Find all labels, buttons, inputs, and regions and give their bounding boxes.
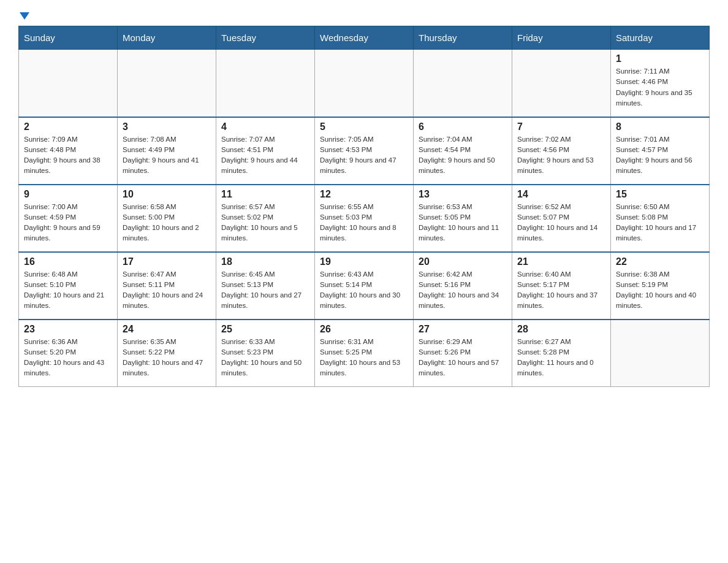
day-number: 14	[517, 189, 605, 200]
table-row: 2Sunrise: 7:09 AMSunset: 4:48 PMDaylight…	[19, 117, 118, 185]
table-row: 16Sunrise: 6:48 AMSunset: 5:10 PMDayligh…	[19, 252, 118, 320]
day-number: 23	[24, 324, 112, 335]
header-friday: Friday	[512, 26, 611, 50]
day-info: Sunrise: 7:01 AMSunset: 4:57 PMDaylight:…	[616, 134, 704, 177]
header-thursday: Thursday	[414, 26, 512, 50]
day-number: 17	[123, 256, 211, 267]
table-row: 6Sunrise: 7:04 AMSunset: 4:54 PMDaylight…	[414, 117, 512, 185]
table-row: 21Sunrise: 6:40 AMSunset: 5:17 PMDayligh…	[512, 252, 611, 320]
table-row: 9Sunrise: 7:00 AMSunset: 4:59 PMDaylight…	[19, 185, 118, 252]
day-info: Sunrise: 6:43 AMSunset: 5:14 PMDaylight:…	[320, 269, 408, 312]
table-row: 8Sunrise: 7:01 AMSunset: 4:57 PMDaylight…	[611, 117, 710, 185]
table-row: 23Sunrise: 6:36 AMSunset: 5:20 PMDayligh…	[19, 320, 118, 387]
day-info: Sunrise: 6:38 AMSunset: 5:19 PMDaylight:…	[616, 269, 704, 312]
table-row: 14Sunrise: 6:52 AMSunset: 5:07 PMDayligh…	[512, 185, 611, 252]
day-info: Sunrise: 6:52 AMSunset: 5:07 PMDaylight:…	[517, 202, 605, 244]
header-monday: Monday	[118, 26, 216, 50]
table-row: 3Sunrise: 7:08 AMSunset: 4:49 PMDaylight…	[118, 117, 216, 185]
calendar-week-row: 16Sunrise: 6:48 AMSunset: 5:10 PMDayligh…	[19, 252, 710, 320]
day-info: Sunrise: 6:40 AMSunset: 5:17 PMDaylight:…	[517, 269, 605, 312]
table-row	[611, 320, 710, 387]
day-info: Sunrise: 7:00 AMSunset: 4:59 PMDaylight:…	[24, 202, 112, 244]
table-row: 4Sunrise: 7:07 AMSunset: 4:51 PMDaylight…	[216, 117, 315, 185]
day-number: 4	[221, 121, 309, 132]
day-number: 24	[123, 324, 211, 335]
day-number: 2	[24, 121, 112, 132]
header-tuesday: Tuesday	[216, 26, 315, 50]
day-info: Sunrise: 6:27 AMSunset: 5:28 PMDaylight:…	[517, 337, 605, 379]
day-number: 26	[320, 324, 408, 335]
day-info: Sunrise: 6:31 AMSunset: 5:25 PMDaylight:…	[320, 337, 408, 379]
weekday-header-row: Sunday Monday Tuesday Wednesday Thursday…	[19, 26, 710, 50]
header-wednesday: Wednesday	[315, 26, 414, 50]
day-info: Sunrise: 6:57 AMSunset: 5:02 PMDaylight:…	[221, 202, 309, 244]
day-number: 5	[320, 121, 408, 132]
day-number: 18	[221, 256, 309, 267]
table-row: 18Sunrise: 6:45 AMSunset: 5:13 PMDayligh…	[216, 252, 315, 320]
day-info: Sunrise: 6:45 AMSunset: 5:13 PMDaylight:…	[221, 269, 309, 312]
day-info: Sunrise: 7:09 AMSunset: 4:48 PMDaylight:…	[24, 134, 112, 177]
table-row: 10Sunrise: 6:58 AMSunset: 5:00 PMDayligh…	[118, 185, 216, 252]
day-info: Sunrise: 7:11 AMSunset: 4:46 PMDaylight:…	[616, 66, 704, 109]
day-number: 9	[24, 189, 112, 200]
day-number: 6	[419, 121, 507, 132]
day-info: Sunrise: 7:08 AMSunset: 4:49 PMDaylight:…	[123, 134, 211, 177]
calendar-week-row: 1Sunrise: 7:11 AMSunset: 4:46 PMDaylight…	[19, 50, 710, 117]
table-row: 26Sunrise: 6:31 AMSunset: 5:25 PMDayligh…	[315, 320, 414, 387]
day-info: Sunrise: 7:05 AMSunset: 4:53 PMDaylight:…	[320, 134, 408, 177]
logo-triangle-icon	[20, 12, 29, 20]
calendar-week-row: 9Sunrise: 7:00 AMSunset: 4:59 PMDaylight…	[19, 185, 710, 252]
day-number: 25	[221, 324, 309, 335]
day-info: Sunrise: 6:53 AMSunset: 5:05 PMDaylight:…	[419, 202, 507, 244]
table-row: 28Sunrise: 6:27 AMSunset: 5:28 PMDayligh…	[512, 320, 611, 387]
table-row	[19, 50, 118, 117]
header-sunday: Sunday	[19, 26, 118, 50]
table-row: 20Sunrise: 6:42 AMSunset: 5:16 PMDayligh…	[414, 252, 512, 320]
day-info: Sunrise: 6:47 AMSunset: 5:11 PMDaylight:…	[123, 269, 211, 312]
day-number: 10	[123, 189, 211, 200]
day-number: 21	[517, 256, 605, 267]
table-row: 22Sunrise: 6:38 AMSunset: 5:19 PMDayligh…	[611, 252, 710, 320]
day-number: 7	[517, 121, 605, 132]
table-row: 7Sunrise: 7:02 AMSunset: 4:56 PMDaylight…	[512, 117, 611, 185]
day-number: 3	[123, 121, 211, 132]
table-row: 24Sunrise: 6:35 AMSunset: 5:22 PMDayligh…	[118, 320, 216, 387]
day-number: 27	[419, 324, 507, 335]
day-info: Sunrise: 6:58 AMSunset: 5:00 PMDaylight:…	[123, 202, 211, 244]
day-info: Sunrise: 7:04 AMSunset: 4:54 PMDaylight:…	[419, 134, 507, 177]
day-number: 1	[616, 53, 704, 64]
table-row: 13Sunrise: 6:53 AMSunset: 5:05 PMDayligh…	[414, 185, 512, 252]
table-row: 12Sunrise: 6:55 AMSunset: 5:03 PMDayligh…	[315, 185, 414, 252]
header-saturday: Saturday	[611, 26, 710, 50]
day-info: Sunrise: 7:02 AMSunset: 4:56 PMDaylight:…	[517, 134, 605, 177]
calendar-week-row: 2Sunrise: 7:09 AMSunset: 4:48 PMDaylight…	[19, 117, 710, 185]
table-row	[414, 50, 512, 117]
table-row: 17Sunrise: 6:47 AMSunset: 5:11 PMDayligh…	[118, 252, 216, 320]
day-number: 8	[616, 121, 704, 132]
table-row	[216, 50, 315, 117]
day-info: Sunrise: 6:42 AMSunset: 5:16 PMDaylight:…	[419, 269, 507, 312]
table-row: 27Sunrise: 6:29 AMSunset: 5:26 PMDayligh…	[414, 320, 512, 387]
table-row: 15Sunrise: 6:50 AMSunset: 5:08 PMDayligh…	[611, 185, 710, 252]
day-number: 28	[517, 324, 605, 335]
day-number: 15	[616, 189, 704, 200]
logo	[18, 12, 29, 20]
day-info: Sunrise: 7:07 AMSunset: 4:51 PMDaylight:…	[221, 134, 309, 177]
day-info: Sunrise: 6:33 AMSunset: 5:23 PMDaylight:…	[221, 337, 309, 379]
day-info: Sunrise: 6:36 AMSunset: 5:20 PMDaylight:…	[24, 337, 112, 379]
table-row: 25Sunrise: 6:33 AMSunset: 5:23 PMDayligh…	[216, 320, 315, 387]
day-info: Sunrise: 6:48 AMSunset: 5:10 PMDaylight:…	[24, 269, 112, 312]
day-info: Sunrise: 6:35 AMSunset: 5:22 PMDaylight:…	[123, 337, 211, 379]
table-row: 11Sunrise: 6:57 AMSunset: 5:02 PMDayligh…	[216, 185, 315, 252]
day-number: 13	[419, 189, 507, 200]
day-info: Sunrise: 6:50 AMSunset: 5:08 PMDaylight:…	[616, 202, 704, 244]
day-number: 12	[320, 189, 408, 200]
calendar-table: Sunday Monday Tuesday Wednesday Thursday…	[18, 26, 710, 387]
day-number: 19	[320, 256, 408, 267]
day-info: Sunrise: 6:29 AMSunset: 5:26 PMDaylight:…	[419, 337, 507, 379]
calendar-week-row: 23Sunrise: 6:36 AMSunset: 5:20 PMDayligh…	[19, 320, 710, 387]
table-row: 19Sunrise: 6:43 AMSunset: 5:14 PMDayligh…	[315, 252, 414, 320]
table-row	[118, 50, 216, 117]
day-number: 16	[24, 256, 112, 267]
day-number: 11	[221, 189, 309, 200]
